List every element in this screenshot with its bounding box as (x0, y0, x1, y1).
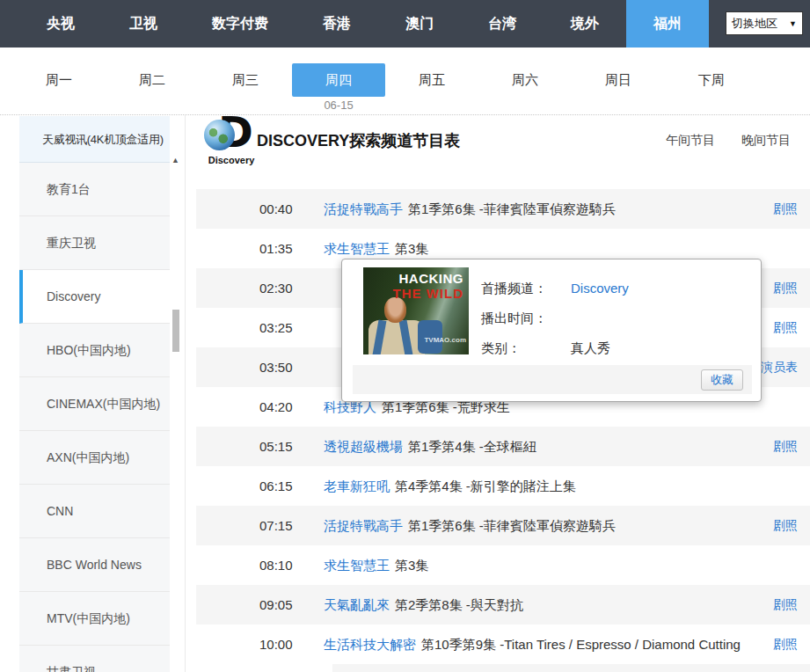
nav-tab-澳门[interactable]: 澳门 (378, 0, 461, 47)
program-time: 03:25 (259, 308, 293, 347)
channel-list: 教育1台重庆卫视DiscoveryHBO(中国内地)CINEMAX(中国内地)A… (19, 163, 170, 672)
popup-field-value: 真人秀 (571, 340, 610, 355)
day-tab-下周[interactable]: 下周 (665, 63, 758, 97)
day-tab-周一[interactable]: 周一 (12, 63, 106, 97)
day-tab-周六[interactable]: 周六 (478, 63, 572, 97)
stills-link[interactable]: 剧照 (773, 585, 798, 625)
sidebar-item-CINEMAX(中国内地)[interactable]: CINEMAX(中国内地) (19, 377, 170, 431)
poster-watermark: TVMAO.com (424, 336, 466, 344)
program-title-link[interactable]: 天氣亂亂來 (324, 597, 390, 612)
program-row: 08:10求生智慧王第3集 (196, 545, 810, 585)
stills-link[interactable]: 剧照 (773, 308, 798, 347)
stills-link[interactable]: 剧照 (773, 427, 798, 466)
program-time: 10:00 (259, 625, 293, 664)
popup-field-label: 播出时间： (481, 309, 571, 328)
sidebar-item-CNN[interactable]: CNN (19, 485, 170, 538)
program-time: 04:20 (259, 387, 293, 427)
program-episode: 第3集 (395, 241, 428, 256)
program-title-link[interactable]: 求生智慧王 (324, 241, 390, 256)
program-time: 02:30 (259, 268, 293, 308)
program-title-link[interactable]: 生活科技大解密 (324, 637, 416, 652)
program-row: 00:40活捉特戰高手第1季第6集 -菲律賓陸軍偵察遊騎兵剧照 (196, 189, 810, 229)
day-tab-周三[interactable]: 周三 (199, 63, 292, 97)
nav-tab-台湾[interactable]: 台湾 (461, 0, 544, 47)
popup-field-row: 类别：真人秀 (481, 339, 629, 358)
program-row: 10:00生活科技大解密第10季第9集 -Titan Tires / Espre… (196, 625, 810, 664)
popup-action-bar: 收藏 (353, 365, 752, 394)
stills-link[interactable]: 演员表 (761, 347, 798, 387)
popup-channel-link[interactable]: Discovery (571, 281, 629, 296)
header-links: 午间节目晚间节目 (666, 133, 798, 149)
vertical-divider (185, 115, 186, 672)
stills-link[interactable]: 剧照 (773, 625, 798, 664)
sidebar-item-甘肃卫视[interactable]: 甘肃卫视 (19, 646, 170, 672)
popup-field-row: 播出时间： (481, 309, 629, 328)
day-tab-周五[interactable]: 周五 (385, 63, 478, 97)
program-cell: 老車新狂吼第4季第4集 -新引擎的賭注上集 (324, 466, 576, 506)
scroll-up-icon[interactable]: ▲ (171, 156, 179, 164)
nav-tab-数字付费[interactable]: 数字付费 (185, 0, 296, 47)
program-episode: 第1季第6集 -菲律賓陸軍偵察遊騎兵 (408, 518, 616, 533)
program-title-link[interactable]: 活捉特戰高手 (324, 518, 403, 533)
program-cell: 活捉特戰高手第1季第6集 -菲律賓陸軍偵察遊騎兵 (324, 506, 616, 545)
program-poster[interactable]: HACKING THE WILD TVMAO.com (363, 267, 469, 354)
sidebar-item-Discovery[interactable]: Discovery (19, 270, 170, 324)
stills-link[interactable]: 剧照 (773, 506, 798, 545)
program-info-popup: HACKING THE WILD TVMAO.com 首播频道：Discover… (341, 259, 762, 402)
popup-field-row: 首播频道：Discovery (481, 279, 629, 298)
day-tabs: 周一周二周三周四周五周六周日下周 (12, 63, 758, 97)
program-time: 09:05 (259, 585, 293, 625)
program-title-link[interactable]: 求生智慧王 (324, 558, 390, 573)
program-time: 05:15 (259, 427, 293, 466)
favorite-button[interactable]: 收藏 (701, 369, 743, 391)
program-title-link[interactable]: 活捉特戰高手 (324, 201, 403, 216)
nav-tab-香港[interactable]: 香港 (296, 0, 378, 47)
poster-man-head (384, 297, 406, 323)
sidebar-item-重庆卫视[interactable]: 重庆卫视 (19, 216, 170, 270)
popup-fields: 首播频道：Discovery播出时间：类别：真人秀 (481, 279, 629, 369)
nav-tab-央视[interactable]: 央视 (19, 0, 102, 47)
nav-tab-境外[interactable]: 境外 (544, 0, 626, 47)
sidebar-item-教育1台[interactable]: 教育1台 (19, 163, 170, 216)
poster-title-line1: HACKING (363, 271, 463, 286)
program-time: 01:35 (259, 229, 293, 268)
program-episode: 第1季第4集 -全球樞紐 (408, 439, 536, 454)
sidebar-item-BBC World News[interactable]: BBC World News (19, 538, 170, 592)
program-title-link[interactable]: 老車新狂吼 (324, 478, 390, 493)
program-time: 00:40 (259, 189, 293, 229)
sidebar-item-MTV(中国内地)[interactable]: MTV(中国内地) (19, 592, 170, 646)
day-tab-周日[interactable]: 周日 (572, 63, 665, 97)
day-tab-周二[interactable]: 周二 (106, 63, 199, 97)
program-row: 05:15透視超級機場第1季第4集 -全球樞紐剧照 (196, 427, 810, 466)
sidebar-scrollbar-thumb[interactable] (172, 310, 179, 352)
sidebar-item-AXN(中国内地)[interactable]: AXN(中国内地) (19, 431, 170, 485)
program-episode: 第1季第6集 -菲律賓陸軍偵察遊騎兵 (408, 201, 616, 216)
nav-tab-卫视[interactable]: 卫视 (102, 0, 185, 47)
program-episode: 第2季第8集 -與天對抗 (395, 597, 523, 612)
sidebar-item-HBO(中国内地)[interactable]: HBO(中国内地) (19, 324, 170, 377)
program-title-link[interactable]: 透視超級機場 (324, 439, 403, 454)
popup-field-label: 首播频道： (481, 279, 571, 298)
program-episode: 第3集 (395, 558, 428, 573)
stills-link[interactable]: 剧照 (773, 189, 798, 229)
sidebar-provider-header[interactable]: 天威视讯(4K机顶盒适用) (19, 116, 170, 163)
program-cell: 求生智慧王第3集 (324, 545, 428, 585)
stills-link[interactable]: 剧照 (773, 268, 798, 308)
day-tab-周四[interactable]: 周四 (292, 63, 385, 97)
region-select[interactable]: 切换地区 ▼ (726, 11, 803, 35)
program-cell: 生活科技大解密第10季第9集 -Titan Tires / Espresso /… (324, 625, 741, 664)
region-select-label: 切换地区 (732, 16, 777, 32)
top-navbar: 央视卫视数字付费香港澳门台湾境外福州 切换地区 ▼ (0, 0, 810, 47)
logo-wordmark: Discovery (201, 155, 262, 165)
program-cell (324, 308, 329, 347)
active-day-date: 06-15 (292, 99, 385, 112)
program-row: 07:15活捉特戰高手第1季第6集 -菲律賓陸軍偵察遊騎兵剧照 (196, 506, 810, 545)
header-link-night[interactable]: 晚间节目 (741, 133, 791, 149)
header-link-noon[interactable]: 午间节目 (666, 133, 715, 149)
popup-field-label: 类别： (481, 339, 571, 358)
program-cell: 天氣亂亂來第2季第8集 -與天對抗 (324, 585, 523, 625)
nav-tab-福州[interactable]: 福州 (626, 0, 709, 47)
top-nav-tabs: 央视卫视数字付费香港澳门台湾境外福州 (19, 0, 709, 47)
globe-icon (204, 120, 235, 150)
program-row: 06:15老車新狂吼第4季第4集 -新引擎的賭注上集 (196, 466, 810, 506)
